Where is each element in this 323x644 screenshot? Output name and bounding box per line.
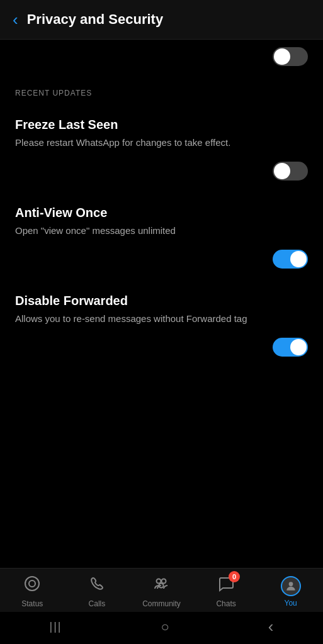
you-label: You xyxy=(285,599,297,608)
disable-forwarded-toggle-row xyxy=(0,331,323,369)
community-label: Community xyxy=(142,599,181,608)
page-title: Privacy and Security xyxy=(27,11,163,28)
disable-forwarded-toggle[interactable] xyxy=(273,338,308,357)
sys-home-button[interactable]: ○ xyxy=(161,619,169,635)
anti-view-once-desc: Open "view once" messages unlimited xyxy=(15,224,308,237)
back-button[interactable]: ‹ xyxy=(13,11,18,28)
nav-item-calls[interactable]: Calls xyxy=(65,575,130,608)
anti-view-once-toggle[interactable] xyxy=(273,250,308,269)
disable-forwarded-title: Disable Forwarded xyxy=(15,294,308,308)
nav-items: Status Calls Community xyxy=(0,569,323,612)
calls-icon xyxy=(88,575,106,597)
sys-menu-button[interactable]: ||| xyxy=(50,620,62,633)
toggle-knob xyxy=(274,163,290,179)
status-icon xyxy=(23,575,41,597)
nav-item-community[interactable]: Community xyxy=(129,575,194,608)
chats-badge: 0 xyxy=(229,571,240,582)
header: ‹ Privacy and Security xyxy=(0,0,323,40)
community-icon xyxy=(152,575,170,597)
nav-item-chats[interactable]: 0 Chats xyxy=(194,575,259,608)
svg-point-5 xyxy=(288,582,293,586)
anti-view-once-toggle-row xyxy=(0,243,323,281)
setting-freeze-last-seen: Freeze Last Seen Please restart WhatsApp… xyxy=(0,105,323,155)
chats-label: Chats xyxy=(216,599,235,608)
freeze-last-seen-toggle-row xyxy=(0,155,323,193)
status-label: Status xyxy=(21,599,43,608)
nav-item-you[interactable]: You xyxy=(258,576,323,608)
freeze-last-seen-toggle[interactable] xyxy=(273,162,308,180)
disable-forwarded-desc: Allows you to re-send messages without F… xyxy=(15,312,308,325)
chats-icon: 0 xyxy=(217,575,235,597)
toggle-knob xyxy=(274,48,290,65)
you-avatar xyxy=(281,576,301,596)
bottom-nav: Status Calls Community xyxy=(0,568,323,644)
toggle-knob xyxy=(290,339,307,355)
setting-disable-forwarded: Disable Forwarded Allows you to re-send … xyxy=(0,281,323,331)
anti-view-once-title: Anti-View Once xyxy=(15,206,308,220)
svg-point-2 xyxy=(157,579,161,584)
top-partial-toggle[interactable] xyxy=(273,47,308,66)
freeze-last-seen-title: Freeze Last Seen xyxy=(15,118,308,132)
freeze-last-seen-desc: Please restart WhatsApp for changes to t… xyxy=(15,136,308,149)
toggle-knob xyxy=(290,251,307,267)
top-toggle-area xyxy=(0,40,323,74)
sys-back-button[interactable]: ‹ xyxy=(268,617,274,636)
nav-item-status[interactable]: Status xyxy=(0,575,65,608)
svg-point-1 xyxy=(29,580,35,587)
svg-point-0 xyxy=(25,577,39,591)
calls-label: Calls xyxy=(89,599,106,608)
setting-anti-view-once: Anti-View Once Open "view once" messages… xyxy=(0,193,323,243)
section-label-recent-updates: RECENT UPDATES xyxy=(0,74,323,105)
svg-point-3 xyxy=(162,579,166,584)
system-nav-bar: ||| ○ ‹ xyxy=(0,612,323,644)
